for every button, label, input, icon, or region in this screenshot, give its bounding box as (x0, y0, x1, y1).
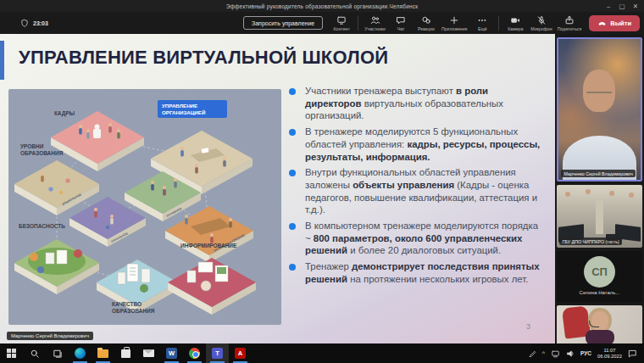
slide-accent-bar (0, 41, 4, 80)
participants-button[interactable]: Участники (362, 15, 388, 31)
volume-icon[interactable] (566, 349, 575, 358)
taskbar-app-mail[interactable] (137, 343, 160, 363)
toolbar-left: 23:03 (20, 19, 48, 28)
clock[interactable]: 11:07 06.09.2022 (597, 348, 622, 359)
svg-text:ИНФОРМИРОВАНИЕ: ИНФОРМИРОВАНИЕ (180, 243, 237, 249)
more-button[interactable]: Ещё (469, 15, 495, 31)
close-button[interactable]: ✕ (629, 0, 642, 12)
acrobat-icon: A (235, 348, 246, 359)
classroom-person (565, 192, 570, 197)
participant-name-tag: Марченко Сергей Владимирович (561, 170, 636, 177)
bullet-item: Участники тренажера выступают в роли дир… (286, 85, 546, 122)
windows-logo-icon (7, 349, 16, 358)
video-tile-woman-headset[interactable] (557, 305, 642, 345)
share-screen-icon (564, 15, 575, 25)
meeting-window: Эффективный руководитель образовательной… (0, 0, 644, 363)
taskbar-app-teams-active[interactable]: T (206, 343, 229, 363)
slide-page-number: 3 (526, 322, 530, 331)
request-control-button[interactable]: Запросить управление (243, 16, 323, 30)
camera-icon (510, 15, 520, 25)
slide-title: УПРАВЛЕНИЕ ВИРТУАЛЬНОЙ ШКОЛОЙ (19, 47, 388, 69)
presenter-name-tag: Марченко Сергей Владимирович (7, 332, 93, 340)
bullet-item: Внутри функциональных областей управлени… (286, 166, 546, 216)
participants-sidebar: Марченко Сергей Владимирович ГБУ ДПО ЧИП… (555, 34, 644, 343)
video-tile-active-speaker[interactable]: Марченко Сергей Владимирович (557, 37, 642, 182)
leave-button[interactable]: Выйти (589, 15, 640, 31)
tray-date: 06.09.2022 (597, 354, 622, 360)
edge-icon (75, 348, 86, 359)
svg-text:БЕЗОПАСНОСТЬ: БЕЗОПАСНОСТЬ (19, 223, 65, 229)
action-center-icon[interactable] (628, 349, 637, 358)
content-icon (336, 15, 347, 25)
maximize-button[interactable]: ▢ (615, 0, 629, 12)
reactions-icon (421, 15, 431, 25)
virtual-school-diagram: КАДРЫ УПРАВЛЕНИЕ ОРГАНИЗАЦИЕЙ (8, 89, 281, 325)
tray-expand-chevron-icon[interactable]: ^ (542, 350, 545, 356)
shared-screen-slide: УПРАВЛЕНИЕ ВИРТУАЛЬНОЙ ШКОЛОЙ (0, 34, 555, 343)
svg-text:ОРГАНИЗАЦИЕЙ: ОРГАНИЗАЦИЕЙ (162, 109, 206, 115)
microphone-button[interactable]: Микрофон (528, 15, 554, 31)
svg-text:УПРАВЛЕНИЕ: УПРАВЛЕНИЕ (162, 103, 197, 109)
microphone-muted-icon (536, 15, 547, 25)
search-icon (30, 349, 40, 359)
taskbar-app-acrobat[interactable]: A (229, 343, 252, 363)
main-area: УПРАВЛЕНИЕ ВИРТУАЛЬНОЙ ШКОЛОЙ (0, 34, 644, 343)
task-view-button[interactable] (46, 343, 69, 363)
file-explorer-icon (97, 349, 108, 358)
start-button[interactable] (0, 343, 23, 363)
chat-button[interactable]: Чат (388, 15, 414, 31)
svg-text:КАЧЕСТВО: КАЧЕСТВО (112, 301, 142, 307)
apps-button[interactable]: Приложения (439, 15, 469, 31)
video-tile-classroom[interactable]: ГБУ ДПО ЧИППКРО (гость) (557, 185, 642, 248)
avatar-tile[interactable]: СП Селина Наталь... (557, 251, 642, 302)
system-tray: ^ РУС 11:07 06.09.2022 (529, 343, 644, 363)
bullet-item: В компьютерном тренажере моделируются по… (286, 220, 546, 257)
pen-icon[interactable] (529, 349, 536, 357)
toolbar-right: Запросить управление Контент Участники Ч… (243, 15, 640, 31)
toolbar-separator (358, 16, 358, 31)
share-button[interactable]: Поделиться (555, 15, 585, 31)
window-controls: – ▢ ✕ (602, 0, 642, 12)
classroom-person (609, 191, 614, 196)
minimize-button[interactable]: – (602, 0, 615, 12)
slide-bullet-list: Участники тренажера выступают в роли дир… (286, 85, 546, 289)
titlebar: Эффективный руководитель образовательной… (0, 0, 644, 12)
camera-button[interactable]: Камера (502, 15, 528, 31)
network-icon[interactable] (551, 349, 560, 358)
taskbar-app-store[interactable] (114, 343, 137, 363)
task-view-icon (53, 349, 63, 359)
chat-icon (396, 15, 406, 25)
participants-icon (370, 15, 380, 25)
meeting-timer: 23:03 (33, 20, 48, 26)
language-indicator[interactable]: РУС (580, 350, 591, 356)
participant-name-label: Селина Наталь... (557, 290, 642, 295)
ellipsis-icon (477, 15, 487, 25)
taskbar-app-word[interactable]: W (160, 343, 183, 363)
toolbar-separator (498, 16, 499, 31)
bullet-item: В тренажере моделируются 5 функциональны… (286, 126, 546, 163)
window-title: Эффективный руководитель образовательной… (226, 3, 419, 9)
svg-text:ОБРАЗОВАНИЯ: ОБРАЗОВАНИЯ (112, 308, 155, 314)
taskbar-search-button[interactable] (23, 343, 46, 363)
taskbar-app-chrome[interactable] (183, 343, 206, 363)
classroom-person (629, 193, 634, 198)
plus-icon (449, 15, 459, 25)
content-button[interactable]: Контент (329, 15, 354, 31)
svg-text:УРОВНИ: УРОВНИ (20, 143, 44, 149)
microsoft-store-icon (121, 349, 130, 358)
bullet-item: Тренажер демонстрирует последствия приня… (286, 260, 546, 285)
mail-icon (143, 349, 154, 357)
avatar-initials: СП (584, 256, 615, 288)
svg-text:КАДРЫ: КАДРЫ (54, 110, 75, 117)
classroom-person (586, 189, 591, 194)
encryption-shield-icon (20, 19, 29, 28)
word-icon: W (166, 348, 177, 359)
taskbar-app-edge[interactable] (69, 343, 92, 363)
chrome-icon (189, 348, 200, 359)
svg-text:ОБРАЗОВАНИЯ: ОБРАЗОВАНИЯ (20, 150, 64, 156)
reactions-button[interactable]: Реакции (414, 15, 439, 31)
meeting-toolbar: 23:03 Запросить управление Контент Участ… (0, 12, 644, 34)
windows-taskbar: W T A ^ РУС 11:07 06.09.2022 (0, 343, 644, 363)
taskbar-app-file-explorer[interactable] (92, 343, 114, 363)
teams-icon: T (212, 348, 223, 359)
